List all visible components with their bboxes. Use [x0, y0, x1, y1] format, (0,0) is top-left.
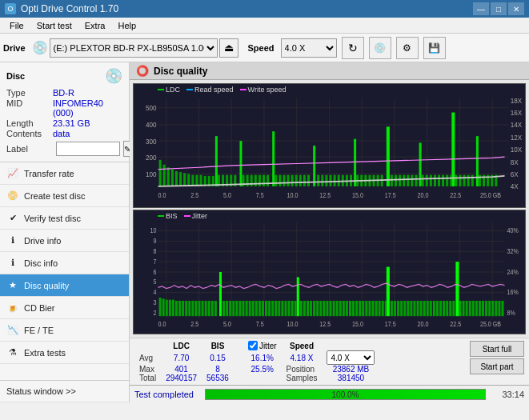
nav-verify-test-disc[interactable]: ✔ Verify test disc [0, 207, 129, 230]
speed-select[interactable]: 4.0 X [281, 38, 337, 58]
svg-rect-222 [316, 301, 319, 316]
svg-rect-226 [330, 301, 332, 316]
svg-rect-223 [319, 301, 322, 316]
disc-button[interactable]: 💿 [369, 37, 391, 59]
minimize-button[interactable]: — [473, 2, 489, 15]
maximize-button[interactable]: □ [491, 2, 507, 15]
svg-rect-196 [229, 301, 231, 316]
svg-rect-269 [475, 301, 478, 316]
svg-text:22.5: 22.5 [450, 192, 461, 200]
svg-rect-80 [291, 175, 294, 186]
close-button[interactable]: ✕ [508, 2, 524, 15]
svg-rect-270 [479, 301, 481, 316]
start-part-button[interactable]: Start part [470, 358, 524, 374]
svg-rect-78 [283, 175, 285, 186]
nav-disc-quality[interactable]: ★ Disc quality [0, 274, 129, 297]
menu-file[interactable]: File [3, 19, 30, 32]
svg-text:6X: 6X [511, 170, 519, 179]
svg-rect-273 [488, 301, 491, 316]
speed-col-header: Speed [282, 341, 323, 350]
svg-text:500: 500 [146, 104, 157, 113]
total-label: Total [134, 374, 161, 382]
jitter-checkbox[interactable] [248, 341, 258, 350]
svg-rect-43 [167, 167, 170, 186]
disc-info-icon: ℹ [6, 257, 19, 270]
svg-rect-200 [242, 301, 244, 316]
svg-rect-179 [182, 301, 184, 316]
svg-rect-225 [326, 301, 328, 316]
label-key: Label [6, 144, 53, 154]
svg-rect-252 [417, 301, 419, 316]
refresh-button[interactable]: ↻ [342, 37, 364, 59]
save-button[interactable]: 💾 [423, 37, 446, 59]
total-bis: 56536 [202, 374, 234, 382]
nav-drive-info[interactable]: ℹ Drive info [0, 230, 129, 252]
svg-text:7: 7 [154, 258, 157, 266]
menu-help[interactable]: Help [111, 19, 142, 32]
legend-writespeed: Write speed [248, 86, 287, 94]
svg-rect-120 [471, 175, 474, 186]
svg-rect-216 [295, 301, 297, 316]
progress-bar: 100.0% [205, 389, 486, 400]
nav-label-verify-test-disc: Verify test disc [24, 214, 81, 223]
label-input[interactable] [56, 142, 120, 156]
svg-rect-217 [300, 301, 303, 316]
svg-rect-267 [469, 301, 471, 316]
menu-bar: File Start test Extra Help [0, 18, 529, 34]
svg-rect-276 [498, 301, 500, 316]
svg-rect-218 [303, 301, 306, 316]
nav-create-test-disc[interactable]: 📀 Create test disc [0, 185, 129, 207]
svg-rect-185 [297, 277, 299, 316]
nav-disc-info[interactable]: ℹ Disc info [0, 252, 129, 274]
speed-avg-select[interactable]: 4.0 X [327, 350, 375, 365]
svg-rect-207 [265, 301, 267, 316]
svg-text:0.0: 0.0 [158, 192, 166, 200]
main-area: Disc 💿 Type BD-R MID INFOMER40 (000) Len… [0, 62, 529, 402]
svg-rect-186 [387, 267, 390, 317]
svg-text:2.5: 2.5 [190, 192, 198, 200]
svg-rect-88 [330, 175, 332, 186]
svg-rect-107 [415, 175, 417, 186]
svg-rect-111 [434, 175, 436, 186]
svg-rect-191 [208, 301, 210, 316]
max-bis: 8 [202, 365, 234, 374]
svg-rect-194 [222, 301, 225, 316]
settings-button[interactable]: ⚙ [396, 37, 419, 59]
legend-ldc: LDC [166, 86, 180, 94]
svg-rect-83 [303, 175, 306, 186]
drive-select[interactable]: (E:) PLEXTOR BD-R PX-LB950SA 1.06 [50, 38, 218, 58]
svg-rect-234 [355, 301, 358, 316]
svg-rect-181 [188, 301, 190, 316]
svg-rect-272 [485, 301, 487, 316]
svg-rect-242 [382, 301, 384, 316]
svg-rect-174 [166, 300, 168, 317]
menu-extra[interactable]: Extra [78, 19, 112, 32]
svg-text:5: 5 [154, 278, 157, 286]
nav-extra-tests[interactable]: ⚗ Extra tests [0, 342, 129, 364]
svg-rect-260 [443, 301, 445, 316]
svg-rect-76 [275, 175, 277, 186]
svg-text:16%: 16% [507, 288, 519, 296]
svg-rect-198 [235, 301, 238, 316]
stats-table: LDC BIS Jitter Speed Avg 7.70 0.15 [134, 341, 379, 382]
svg-rect-89 [334, 175, 336, 186]
create-test-disc-icon: 📀 [6, 190, 19, 202]
svg-rect-250 [410, 301, 412, 316]
toolbar: Drive 💿 (E:) PLEXTOR BD-R PX-LB950SA 1.0… [0, 34, 529, 62]
nav-label-create-test-disc: Create test disc [24, 191, 85, 201]
type-label: Type [6, 88, 53, 98]
eject-button[interactable]: ⏏ [219, 38, 238, 58]
nav-fe-te[interactable]: 📉 FE / TE [0, 319, 129, 342]
mid-value: INFOMER40 (000) [53, 98, 122, 118]
menu-start-test[interactable]: Start test [30, 19, 78, 32]
status-window-button[interactable]: Status window >> [0, 380, 129, 402]
svg-rect-253 [420, 301, 423, 316]
start-full-button[interactable]: Start full [470, 341, 524, 357]
svg-rect-41 [159, 160, 162, 186]
svg-rect-81 [295, 175, 298, 186]
svg-rect-229 [339, 301, 342, 316]
svg-text:10.0: 10.0 [287, 320, 299, 328]
svg-rect-178 [178, 301, 181, 316]
nav-transfer-rate[interactable]: 📈 Transfer rate [0, 162, 129, 185]
nav-cd-bier[interactable]: 🍺 CD Bier [0, 297, 129, 319]
